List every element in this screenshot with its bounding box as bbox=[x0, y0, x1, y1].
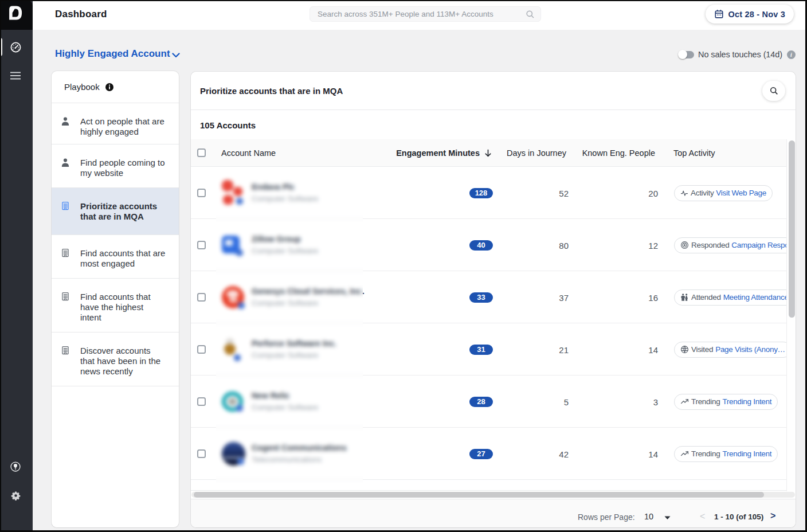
svg-text:i: i bbox=[790, 52, 792, 58]
